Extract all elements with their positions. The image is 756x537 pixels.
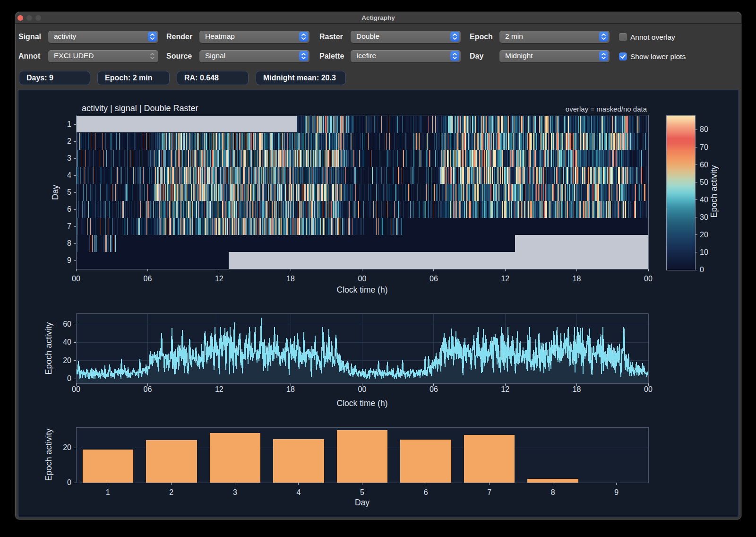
svg-text:50: 50 xyxy=(700,178,708,186)
svg-text:20: 20 xyxy=(63,356,71,364)
svg-text:9: 9 xyxy=(614,488,619,496)
svg-text:4: 4 xyxy=(67,171,71,179)
svg-text:7: 7 xyxy=(487,488,491,496)
svg-text:3: 3 xyxy=(233,488,237,496)
svg-text:1: 1 xyxy=(106,488,110,496)
svg-text:06: 06 xyxy=(430,385,438,393)
svg-text:20: 20 xyxy=(700,231,708,239)
svg-text:12: 12 xyxy=(215,275,223,283)
svg-text:18: 18 xyxy=(286,385,295,393)
svg-text:5: 5 xyxy=(360,488,364,496)
svg-text:5: 5 xyxy=(67,188,71,196)
svg-text:7: 7 xyxy=(67,222,71,230)
svg-text:0: 0 xyxy=(700,266,704,274)
svg-text:18: 18 xyxy=(573,385,581,393)
svg-text:06: 06 xyxy=(430,275,438,283)
svg-text:0: 0 xyxy=(67,478,71,486)
svg-text:3: 3 xyxy=(67,154,71,162)
svg-text:Clock time (h): Clock time (h) xyxy=(337,285,388,294)
svg-text:8: 8 xyxy=(551,488,555,496)
svg-text:20: 20 xyxy=(63,443,71,451)
svg-text:Epoch activity: Epoch activity xyxy=(44,428,53,481)
svg-text:2: 2 xyxy=(169,488,173,496)
svg-text:80: 80 xyxy=(700,125,708,133)
svg-text:6: 6 xyxy=(424,488,428,496)
svg-text:18: 18 xyxy=(286,275,295,283)
svg-text:40: 40 xyxy=(700,196,708,204)
svg-text:overlay = masked/no data: overlay = masked/no data xyxy=(566,105,647,113)
svg-text:30: 30 xyxy=(700,213,708,221)
svg-text:70: 70 xyxy=(700,143,708,151)
svg-text:18: 18 xyxy=(573,275,581,283)
svg-text:9: 9 xyxy=(67,256,71,264)
svg-text:12: 12 xyxy=(501,275,509,283)
svg-text:8: 8 xyxy=(67,239,71,247)
svg-text:Day: Day xyxy=(51,185,60,200)
svg-text:00: 00 xyxy=(644,385,653,393)
svg-text:00: 00 xyxy=(72,385,80,393)
svg-text:12: 12 xyxy=(215,385,223,393)
svg-text:6: 6 xyxy=(67,205,71,213)
svg-text:00: 00 xyxy=(358,385,367,393)
svg-text:Epoch activity: Epoch activity xyxy=(44,322,53,374)
svg-text:4: 4 xyxy=(296,488,301,496)
svg-text:06: 06 xyxy=(144,275,152,283)
svg-text:60: 60 xyxy=(700,161,708,169)
svg-text:00: 00 xyxy=(644,275,653,283)
svg-text:00: 00 xyxy=(72,275,80,283)
svg-text:Epoch activity: Epoch activity xyxy=(709,165,719,217)
svg-text:1: 1 xyxy=(67,120,71,128)
svg-text:06: 06 xyxy=(144,385,152,393)
svg-text:12: 12 xyxy=(501,385,509,393)
svg-text:activity | signal | Double Ras: activity | signal | Double Raster xyxy=(82,104,198,113)
svg-text:Day: Day xyxy=(355,498,369,507)
svg-text:60: 60 xyxy=(63,320,71,328)
svg-text:0: 0 xyxy=(67,374,71,382)
svg-text:00: 00 xyxy=(358,275,367,283)
svg-text:10: 10 xyxy=(700,248,708,256)
svg-text:Clock time (h): Clock time (h) xyxy=(337,398,388,408)
svg-text:2: 2 xyxy=(67,137,71,145)
svg-text:40: 40 xyxy=(63,338,71,346)
